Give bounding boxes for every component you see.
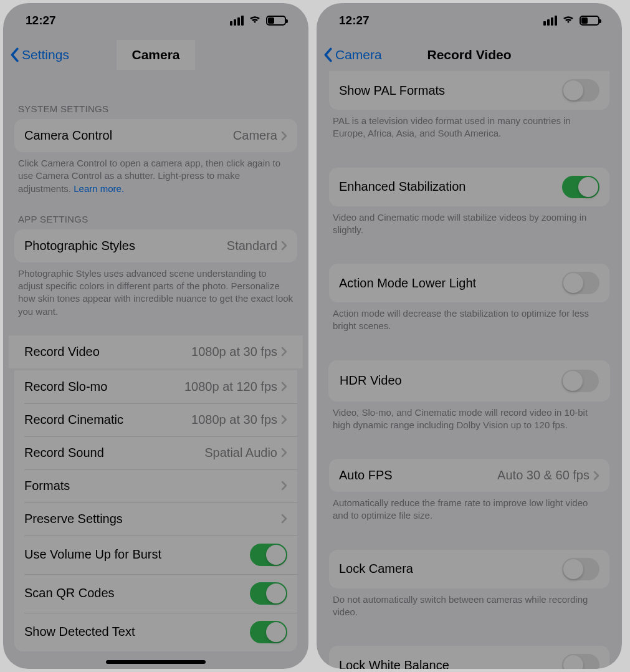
footer-camera-control: Click Camera Control to open a camera ap… — [14, 152, 297, 195]
row-label: Preserve Settings — [24, 512, 123, 526]
row-label: Record Slo-mo — [24, 380, 107, 394]
chevron-right-icon — [281, 514, 287, 524]
status-bar: 12:27 — [317, 3, 622, 37]
row-lock-camera[interactable]: Lock Camera — [329, 550, 609, 588]
chevron-right-icon — [281, 347, 287, 357]
battery-icon — [580, 16, 599, 26]
row-record-sound[interactable]: Record Sound Spatial Audio — [14, 436, 297, 469]
row-record-video[interactable]: Record Video 1080p at 30 fps — [9, 335, 303, 368]
cellular-icon — [543, 16, 557, 26]
row-label: Scan QR Codes — [24, 586, 115, 600]
row-value: Spatial Audio — [204, 446, 277, 460]
row-auto-fps[interactable]: Auto FPS Auto 30 & 60 fps — [329, 459, 609, 492]
chevron-right-icon — [281, 131, 287, 141]
row-label: Show PAL Formats — [339, 84, 445, 98]
home-indicator — [106, 660, 206, 664]
row-camera-control[interactable]: Camera Control Camera — [14, 119, 297, 152]
footer-pal: PAL is a television video format used in… — [329, 110, 609, 140]
chevron-left-icon — [9, 47, 19, 62]
row-label: Camera Control — [24, 128, 112, 143]
row-volume-burst[interactable]: Use Volume Up for Burst — [14, 535, 297, 574]
footer-hdr: Video, Slo-mo, and Cinematic mode will r… — [329, 401, 609, 432]
toggle-detected-text[interactable] — [250, 621, 287, 643]
back-button[interactable]: Settings — [9, 47, 69, 62]
row-show-pal[interactable]: Show PAL Formats — [329, 71, 609, 110]
toggle-pal[interactable] — [562, 79, 599, 102]
back-label: Settings — [22, 47, 69, 62]
toggle-volume-burst[interactable] — [250, 544, 287, 566]
row-value: Standard — [227, 239, 277, 253]
phone-right: 12:27 Camera Record Video Show PAL Forma… — [317, 3, 622, 669]
row-value: 1080p at 120 fps — [184, 380, 277, 394]
status-time: 12:27 — [26, 14, 56, 27]
learn-more-link[interactable]: Learn more. — [74, 183, 124, 194]
wifi-icon — [561, 14, 575, 27]
footer-auto-fps: Automatically reduce the frame rate to i… — [329, 492, 609, 522]
row-label: Photographic Styles — [24, 239, 135, 253]
back-label: Camera — [335, 47, 382, 62]
navbar: Settings Camera — [3, 37, 308, 72]
chevron-right-icon — [593, 471, 599, 481]
row-label: Record Sound — [24, 446, 104, 460]
chevron-right-icon — [281, 241, 287, 251]
row-label: Lock White Balance — [339, 658, 449, 670]
row-action-mode[interactable]: Action Mode Lower Light — [329, 264, 609, 302]
row-value: 1080p at 30 fps — [191, 345, 277, 359]
chevron-right-icon — [281, 415, 287, 425]
status-time: 12:27 — [339, 14, 370, 27]
row-label: Lock Camera — [339, 562, 413, 576]
row-scan-qr[interactable]: Scan QR Codes — [14, 574, 297, 613]
toggle-lock-camera[interactable] — [562, 558, 599, 580]
row-label: Action Mode Lower Light — [339, 276, 476, 290]
navbar: Camera Record Video — [317, 37, 622, 72]
row-hdr-video[interactable]: HDR Video — [328, 360, 610, 401]
row-label: Enhanced Stabilization — [339, 180, 465, 194]
row-label: HDR Video — [340, 373, 402, 388]
row-formats[interactable]: Formats — [14, 469, 297, 502]
section-header-app: APP SETTINGS — [14, 195, 297, 229]
toggle-action-mode[interactable] — [562, 272, 599, 294]
status-bar: 12:27 — [3, 3, 308, 37]
toggle-scan-qr[interactable] — [250, 582, 287, 605]
row-label: Record Cinematic — [24, 413, 123, 427]
row-photographic-styles[interactable]: Photographic Styles Standard — [14, 229, 297, 262]
row-record-cinematic[interactable]: Record Cinematic 1080p at 30 fps — [14, 403, 297, 436]
footer-lock-camera: Do not automatically switch between came… — [329, 588, 609, 619]
battery-icon — [266, 16, 286, 26]
page-title: Camera — [117, 40, 194, 70]
section-header-system: SYSTEM SETTINGS — [14, 72, 297, 119]
row-value: Camera — [233, 128, 277, 143]
toggle-stabilization[interactable] — [562, 176, 599, 198]
chevron-right-icon — [281, 382, 287, 391]
wifi-icon — [248, 14, 262, 27]
row-enhanced-stabilization[interactable]: Enhanced Stabilization — [329, 168, 609, 206]
row-label: Show Detected Text — [24, 625, 135, 639]
footer-stabilization: Video and Cinematic mode will stabilize … — [329, 206, 609, 237]
footer-photo-styles: Photographic Styles uses advanced scene … — [14, 262, 297, 318]
footer-action-mode: Action mode will decrease the stabilizat… — [329, 302, 609, 333]
toggle-lock-wb[interactable] — [562, 654, 599, 669]
cellular-icon — [230, 16, 244, 26]
toggle-hdr[interactable] — [561, 370, 599, 392]
row-label: Record Video — [24, 345, 100, 359]
row-label: Use Volume Up for Burst — [24, 547, 161, 562]
row-detected-text[interactable]: Show Detected Text — [14, 613, 297, 651]
row-label: Formats — [24, 479, 70, 493]
chevron-right-icon — [281, 448, 287, 458]
row-value: 1080p at 30 fps — [191, 413, 277, 427]
row-label: Auto FPS — [339, 468, 393, 482]
row-record-slomo[interactable]: Record Slo-mo 1080p at 120 fps — [14, 370, 297, 403]
row-preserve-settings[interactable]: Preserve Settings — [14, 502, 297, 535]
back-button[interactable]: Camera — [323, 47, 382, 62]
row-value: Auto 30 & 60 fps — [497, 468, 589, 482]
row-lock-white-balance[interactable]: Lock White Balance — [329, 646, 609, 669]
chevron-right-icon — [281, 481, 287, 491]
chevron-left-icon — [323, 47, 333, 62]
phone-left: 12:27 Settings Camera SYSTEM SETTINGS Ca… — [3, 3, 308, 669]
